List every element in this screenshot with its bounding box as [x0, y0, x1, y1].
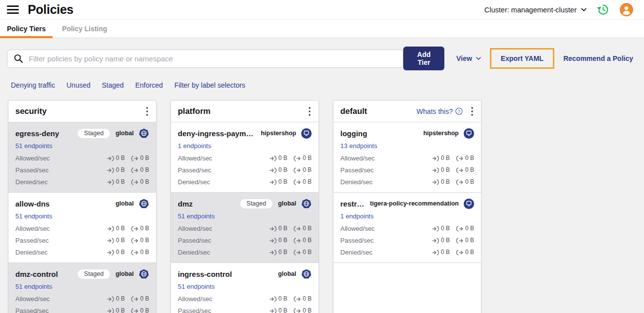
policy-scope-label: hipstershop: [261, 130, 296, 137]
policy-card[interactable]: deny-ingress-paymentservi… hipstershop 1…: [171, 122, 319, 193]
metric-out-value: 0 B: [303, 225, 312, 232]
filter-staged[interactable]: Staged: [102, 81, 124, 89]
endpoints-link[interactable]: 1 endpoints: [340, 212, 374, 220]
metric-label: Denied/sec: [15, 249, 48, 256]
filter-unused[interactable]: Unused: [66, 81, 90, 89]
policy-card[interactable]: dmz-control Staged global 51 endpoints A…: [8, 263, 156, 313]
history-icon[interactable]: [596, 3, 610, 16]
kebab-menu-icon[interactable]: [469, 106, 476, 117]
filter-denying-traffic[interactable]: Denying traffic: [11, 81, 55, 89]
policy-card[interactable]: allow-dns global 51 endpoints Allowed/se…: [8, 193, 156, 263]
policy-card[interactable]: ingress-control global 51 endpoints Allo…: [171, 263, 319, 313]
ingress-arrow-icon: [107, 308, 114, 313]
metric-in-value: 0 B: [116, 225, 125, 232]
filter-enforced[interactable]: Enforced: [135, 81, 163, 89]
metric-row: Passed/sec 0 B 0 B: [15, 237, 149, 244]
egress-arrow-icon: [456, 156, 463, 161]
metric-row: Passed/sec 0 B 0 B: [15, 307, 149, 313]
tab-policy-tiers[interactable]: Policy Tiers: [0, 20, 53, 38]
ingress-arrow-icon: [107, 179, 114, 185]
egress-arrow-icon: [131, 238, 138, 244]
metric-row: Allowed/sec 0 B 0 B: [178, 225, 312, 232]
egress-arrow-icon: [131, 308, 138, 313]
egress-arrow-icon: [294, 238, 301, 244]
kebab-menu-icon[interactable]: [144, 106, 151, 117]
endpoints-link[interactable]: 13 endpoints: [340, 142, 377, 150]
policy-card[interactable]: dmz Staged global 51 endpoints Allowed/s…: [171, 193, 319, 263]
namespace-scope-icon: [464, 128, 474, 139]
global-scope-icon: [301, 199, 312, 209]
egress-arrow-icon: [456, 179, 463, 185]
filter-by-label-selectors[interactable]: Filter by label selectors: [174, 81, 245, 89]
namespace-scope-icon: [464, 199, 474, 209]
metric-in-value: 0 B: [278, 307, 287, 313]
metric-in-value: 0 B: [441, 237, 450, 244]
endpoints-link[interactable]: 51 endpoints: [15, 283, 52, 290]
metric-out-value: 0 B: [303, 295, 312, 303]
metric-in-value: 0 B: [278, 178, 287, 186]
metric-row: Denied/sec 0 B 0 B: [340, 178, 474, 186]
ingress-arrow-icon: [269, 179, 276, 185]
metric-label: Passed/sec: [15, 307, 49, 313]
global-scope-icon: [139, 199, 149, 209]
metric-label: Passed/sec: [15, 237, 49, 244]
endpoints-link[interactable]: 51 endpoints: [15, 212, 52, 220]
cluster-selector[interactable]: Cluster: management-cluster: [484, 6, 587, 14]
content-area: Add Tier View Export YAML Recommend a Po…: [0, 47, 644, 313]
metric-row: Passed/sec 0 B 0 B: [178, 307, 312, 313]
metric-label: Passed/sec: [178, 307, 211, 313]
export-yaml-highlight-box: Export YAML: [490, 48, 554, 69]
export-yaml-button[interactable]: Export YAML: [501, 54, 543, 62]
egress-arrow-icon: [131, 250, 138, 256]
help-icon: ?: [455, 107, 463, 115]
endpoints-link[interactable]: 51 endpoints: [178, 283, 215, 290]
metric-label: Denied/sec: [15, 178, 48, 186]
policy-card[interactable]: egress-deny Staged global 51 endpoints A…: [8, 122, 156, 193]
ingress-arrow-icon: [269, 238, 276, 244]
metric-label: Passed/sec: [178, 166, 211, 174]
metric-row: Allowed/sec 0 B 0 B: [178, 295, 312, 303]
endpoints-link[interactable]: 1 endpoints: [178, 142, 211, 150]
policy-scope-label: global: [115, 130, 134, 137]
whats-this-link[interactable]: Whats this??: [417, 107, 463, 115]
kebab-menu-icon[interactable]: [306, 106, 313, 117]
tier-header: platform: [171, 101, 319, 122]
endpoints-link[interactable]: 51 endpoints: [178, 212, 215, 220]
endpoints-link[interactable]: 51 endpoints: [15, 142, 52, 150]
egress-arrow-icon: [131, 179, 138, 185]
add-tier-button[interactable]: Add Tier: [403, 47, 444, 70]
quick-filters: Denying traffic Unused Staged Enforced F…: [7, 81, 633, 89]
metric-label: Passed/sec: [340, 237, 374, 244]
metric-row: Denied/sec 0 B 0 B: [178, 249, 312, 256]
user-avatar[interactable]: [620, 3, 633, 16]
metric-out-value: 0 B: [140, 307, 149, 313]
policy-search-input[interactable]: [29, 54, 397, 63]
policy-card[interactable]: logging hipstershop 13 endpoints Allowed…: [333, 122, 481, 193]
recommend-policy-button[interactable]: Recommend a Policy: [563, 54, 633, 62]
metric-in-value: 0 B: [278, 225, 287, 232]
egress-arrow-icon: [294, 167, 301, 173]
metric-row: Passed/sec 0 B 0 B: [178, 237, 312, 244]
metric-label: Allowed/sec: [15, 295, 50, 303]
metric-row: Denied/sec 0 B 0 B: [15, 249, 149, 256]
egress-arrow-icon: [294, 179, 301, 185]
policy-name: allow-dns: [15, 200, 50, 208]
egress-arrow-icon: [294, 296, 301, 302]
tier-header: security: [8, 101, 156, 122]
global-scope-icon: [139, 128, 149, 139]
tier-column-security: security egress-deny Staged global 51 en…: [8, 100, 157, 313]
metric-row: Passed/sec 0 B 0 B: [178, 166, 312, 174]
view-dropdown[interactable]: View: [456, 54, 481, 62]
policy-card[interactable]: restricted tigera-policy-recommendation …: [333, 193, 481, 263]
metric-in-value: 0 B: [441, 166, 450, 174]
tab-policy-listing[interactable]: Policy Listing: [55, 20, 114, 38]
metric-label: Denied/sec: [340, 249, 373, 256]
hamburger-menu-icon[interactable]: [7, 5, 19, 14]
policy-name: ingress-control: [178, 270, 232, 278]
namespace-scope-icon: [301, 128, 312, 139]
policy-scope-label: tigera-policy-recommendation: [370, 200, 459, 207]
tier-title: security: [15, 106, 47, 116]
metric-row: Allowed/sec 0 B 0 B: [15, 155, 149, 162]
egress-arrow-icon: [294, 308, 301, 313]
metric-row: Allowed/sec 0 B 0 B: [340, 225, 474, 232]
